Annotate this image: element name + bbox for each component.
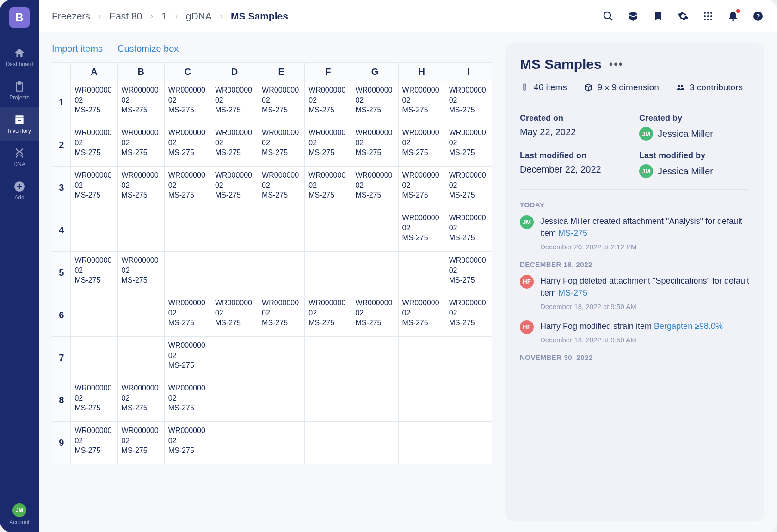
grid-cell[interactable] — [258, 209, 305, 252]
grid-cell[interactable] — [352, 337, 398, 379]
grid-cell[interactable]: WR00000002MS-275 — [117, 81, 164, 124]
grid-cell[interactable]: WR00000002MS-275 — [445, 209, 492, 252]
breadcrumb-item[interactable]: 1 — [161, 11, 167, 22]
grid-cell[interactable] — [117, 294, 164, 337]
sidebar-item-projects[interactable]: Projects — [0, 74, 39, 107]
row-header[interactable]: 4 — [52, 209, 71, 252]
activity-link[interactable]: MS-275 — [558, 288, 587, 297]
grid-cell[interactable]: WR00000002MS-275 — [398, 167, 445, 209]
grid-cell[interactable]: WR00000002MS-275 — [164, 422, 211, 464]
grid-cell[interactable]: WR00000002MS-275 — [211, 294, 258, 337]
grid-cell[interactable]: WR00000002MS-275 — [445, 167, 492, 209]
grid-cell[interactable]: WR00000002MS-275 — [352, 294, 398, 337]
column-header[interactable]: G — [352, 63, 398, 81]
grid-cell[interactable] — [398, 379, 445, 422]
activity-link[interactable]: MS-275 — [558, 229, 587, 238]
breadcrumb-item[interactable]: gDNA — [186, 11, 212, 22]
grid-cell[interactable]: WR00000002MS-275 — [211, 167, 258, 209]
grid-cell[interactable]: WR00000002MS-275 — [211, 81, 258, 124]
grid-cell[interactable]: WR00000002MS-275 — [71, 124, 117, 167]
search-icon[interactable] — [602, 10, 614, 22]
sidebar-item-dna[interactable]: DNA — [0, 141, 39, 174]
grid-cell[interactable]: WR00000002MS-275 — [71, 379, 117, 422]
grid-cell[interactable] — [445, 379, 492, 422]
grid-cell[interactable]: WR00000002MS-275 — [211, 124, 258, 167]
grid-cell[interactable] — [211, 252, 258, 294]
column-header[interactable]: B — [117, 63, 164, 81]
sidebar-item-account[interactable]: JM Account — [0, 497, 39, 532]
row-header[interactable]: 5 — [52, 252, 71, 294]
column-header[interactable]: A — [71, 63, 117, 81]
grid-cell[interactable]: WR00000002MS-275 — [164, 124, 211, 167]
customize-box-link[interactable]: Customize box — [117, 43, 179, 54]
row-header[interactable]: 9 — [52, 422, 71, 464]
row-header[interactable]: 3 — [52, 167, 71, 209]
grid-cell[interactable] — [117, 209, 164, 252]
column-header[interactable]: F — [305, 63, 352, 81]
grid-cell[interactable] — [352, 252, 398, 294]
sidebar-item-dashboard[interactable]: Dashboard — [0, 41, 39, 74]
box-icon[interactable] — [627, 10, 639, 22]
grid-cell[interactable] — [398, 252, 445, 294]
grid-cell[interactable]: WR00000002MS-275 — [305, 124, 352, 167]
column-header[interactable]: H — [398, 63, 445, 81]
breadcrumb-item[interactable]: Freezers — [52, 11, 90, 22]
grid-cell[interactable]: WR00000002MS-275 — [258, 294, 305, 337]
row-header[interactable]: 7 — [52, 337, 71, 379]
grid-cell[interactable]: WR00000002MS-275 — [445, 294, 492, 337]
sidebar-item-inventory[interactable]: Inventory — [0, 107, 39, 141]
grid-cell[interactable]: WR00000002MS-275 — [305, 81, 352, 124]
grid-cell[interactable] — [71, 209, 117, 252]
grid-cell[interactable]: WR00000002MS-275 — [398, 294, 445, 337]
column-header[interactable]: C — [164, 63, 211, 81]
grid-cell[interactable] — [211, 209, 258, 252]
grid-cell[interactable] — [398, 422, 445, 464]
breadcrumb-item[interactable]: MS Samples — [231, 11, 288, 22]
grid-cell[interactable] — [117, 337, 164, 379]
grid-cell[interactable]: WR00000002MS-275 — [352, 81, 398, 124]
grid-cell[interactable]: WR00000002MS-275 — [117, 167, 164, 209]
grid-cell[interactable] — [258, 422, 305, 464]
grid-cell[interactable]: WR00000002MS-275 — [164, 294, 211, 337]
grid-cell[interactable]: WR00000002MS-275 — [164, 379, 211, 422]
grid-cell[interactable] — [398, 337, 445, 379]
grid-cell[interactable]: WR00000002MS-275 — [445, 81, 492, 124]
grid-cell[interactable] — [445, 337, 492, 379]
row-header[interactable]: 1 — [52, 81, 71, 124]
row-header[interactable]: 8 — [52, 379, 71, 422]
apps-icon[interactable] — [702, 10, 714, 22]
grid-cell[interactable]: WR00000002MS-275 — [117, 422, 164, 464]
grid-cell[interactable]: WR00000002MS-275 — [164, 167, 211, 209]
activity-link[interactable]: Bergapten ≥98.0% — [654, 322, 723, 331]
grid-cell[interactable] — [164, 252, 211, 294]
grid-cell[interactable]: WR00000002MS-275 — [398, 81, 445, 124]
grid-cell[interactable] — [445, 422, 492, 464]
grid-cell[interactable] — [305, 252, 352, 294]
grid-cell[interactable] — [258, 252, 305, 294]
grid-cell[interactable] — [352, 209, 398, 252]
grid-cell[interactable] — [211, 337, 258, 379]
grid-cell[interactable]: WR00000002MS-275 — [305, 294, 352, 337]
grid-cell[interactable]: WR00000002MS-275 — [117, 252, 164, 294]
grid-cell[interactable]: WR00000002MS-275 — [352, 167, 398, 209]
column-header[interactable]: D — [211, 63, 258, 81]
grid-cell[interactable]: WR00000002MS-275 — [164, 81, 211, 124]
grid-cell[interactable]: WR00000002MS-275 — [398, 209, 445, 252]
breadcrumb-item[interactable]: East 80 — [109, 11, 142, 22]
grid-cell[interactable]: WR00000002MS-275 — [117, 379, 164, 422]
import-items-link[interactable]: Import items — [52, 43, 103, 54]
grid-cell[interactable]: WR00000002MS-275 — [71, 167, 117, 209]
grid-cell[interactable] — [164, 209, 211, 252]
grid-cell[interactable]: WR00000002MS-275 — [71, 422, 117, 464]
column-header[interactable]: I — [445, 63, 492, 81]
grid-cell[interactable]: WR00000002MS-275 — [258, 81, 305, 124]
grid-cell[interactable] — [71, 337, 117, 379]
grid-cell[interactable]: WR00000002MS-275 — [258, 124, 305, 167]
grid-cell[interactable] — [71, 294, 117, 337]
grid-cell[interactable]: WR00000002MS-275 — [398, 124, 445, 167]
grid-cell[interactable]: WR00000002MS-275 — [164, 337, 211, 379]
row-header[interactable]: 6 — [52, 294, 71, 337]
column-header[interactable]: E — [258, 63, 305, 81]
more-icon[interactable]: ••• — [609, 58, 623, 71]
help-icon[interactable]: ? — [752, 10, 764, 22]
